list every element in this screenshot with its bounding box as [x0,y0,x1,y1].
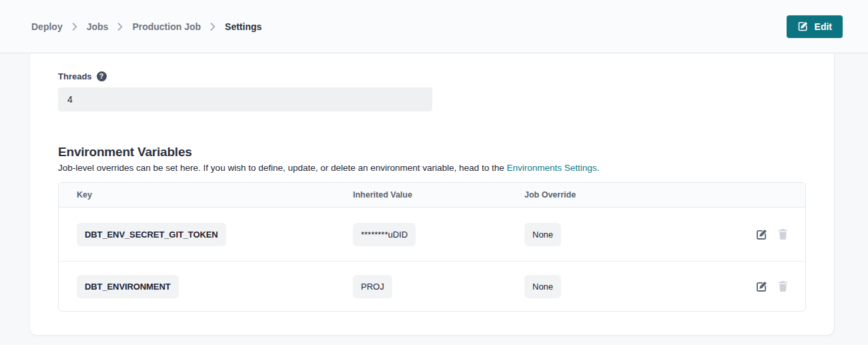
help-icon[interactable]: ? [97,71,107,81]
column-header-inherited-value: Inherited Value [353,190,524,200]
edit-row-icon[interactable] [755,228,768,241]
breadcrumb-deploy[interactable]: Deploy [31,21,63,32]
threads-label: Threads [58,71,92,81]
chevron-right-icon [210,23,215,31]
table-row: DBT_ENVIRONMENT PROJ None [59,261,805,311]
threads-input[interactable] [58,87,432,111]
edit-button-label: Edit [815,21,832,32]
breadcrumb-production-job[interactable]: Production Job [132,21,201,32]
env-vars-description: Job-level overrides can be set here. If … [58,163,806,173]
row-actions [755,280,789,293]
env-vars-description-period: . [597,163,600,173]
table-row: DBT_ENV_SECRET_GIT_TOKEN ********uDID No… [59,208,805,261]
env-var-job-override: None [524,223,561,246]
env-vars-table-header: Key Inherited Value Job Override [59,183,805,208]
env-var-inherited-value: PROJ [353,275,392,298]
column-header-job-override: Job Override [524,190,789,200]
edit-row-icon[interactable] [755,280,768,293]
env-var-job-override: None [524,275,561,298]
env-vars-description-text: Job-level overrides can be set here. If … [58,163,506,173]
env-vars-title: Environment Variables [58,145,806,159]
env-var-key: DBT_ENV_SECRET_GIT_TOKEN [77,223,226,246]
chevron-right-icon [117,23,123,31]
edit-button[interactable]: Edit [787,15,843,38]
env-var-key: DBT_ENVIRONMENT [77,275,179,298]
breadcrumb-jobs[interactable]: Jobs [87,21,109,32]
breadcrumb: Deploy Jobs Production Job Settings [31,21,262,32]
settings-card: Threads ? Environment Variables Job-leve… [30,53,834,335]
pencil-square-icon [797,21,809,32]
threads-label-row: Threads ? [58,71,806,81]
chevron-right-icon [72,23,77,31]
breadcrumb-settings: Settings [225,21,262,32]
trash-icon[interactable] [777,228,789,240]
row-actions [755,228,789,241]
env-var-inherited-value: ********uDID [353,223,416,246]
environments-settings-link[interactable]: Environments Settings [506,163,596,173]
top-bar: Deploy Jobs Production Job Settings Edit [0,0,868,53]
env-vars-table: Key Inherited Value Job Override DBT_ENV… [58,182,806,312]
column-header-key: Key [77,190,353,200]
trash-icon[interactable] [777,280,789,292]
